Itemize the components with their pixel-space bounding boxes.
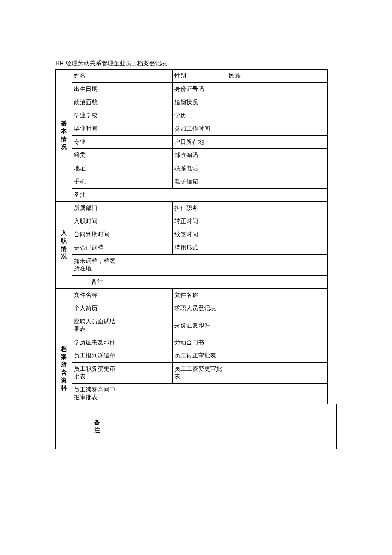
label-file-name-2: 文件名称 bbox=[173, 289, 227, 302]
label-archive-location: 如未调档，档案所在地 bbox=[72, 255, 122, 276]
value-archive-location bbox=[122, 255, 328, 276]
label-major: 专业 bbox=[72, 136, 122, 149]
label-file-name-1: 文件名称 bbox=[72, 289, 122, 302]
label-gender: 性别 bbox=[173, 70, 227, 83]
label-position-change: 员工职务变更审批表 bbox=[72, 363, 122, 384]
label-native-place: 籍贯 bbox=[72, 149, 122, 162]
label-contract-expire: 合同到期时间 bbox=[72, 228, 122, 241]
value-transferred bbox=[122, 241, 173, 255]
value-interview-result bbox=[122, 315, 173, 336]
label-position: 担任职务 bbox=[173, 202, 227, 215]
value-native-place bbox=[122, 149, 173, 162]
value-phone bbox=[227, 162, 328, 175]
value-name bbox=[122, 70, 173, 83]
employee-archive-table: 基本情况 姓名 性别 民族 出生日期 身份证号码 政治面貌 婚姻状况 毕业学校 … bbox=[55, 69, 337, 449]
label-employment-type: 聘用形式 bbox=[173, 241, 227, 255]
label-employment-remark: 备注 bbox=[72, 276, 122, 289]
value-entry-date bbox=[122, 215, 173, 228]
section-employment-header: 入职情况 bbox=[56, 202, 72, 289]
value-mobile bbox=[122, 175, 173, 189]
value-contract-expire bbox=[122, 228, 173, 241]
value-file-name-2 bbox=[227, 289, 328, 302]
value-diploma-copy bbox=[122, 336, 173, 349]
label-renewal-approval: 员工续签合同申报审批表 bbox=[72, 384, 122, 404]
value-labor-contract bbox=[227, 336, 328, 349]
label-graduation-time: 毕业时间 bbox=[72, 122, 122, 136]
label-id-copy: 身份证复印件 bbox=[173, 315, 227, 336]
label-political: 政治面貌 bbox=[72, 96, 122, 109]
value-regular-date bbox=[227, 215, 328, 228]
label-postal-code: 邮政编码 bbox=[173, 149, 227, 162]
value-ethnicity bbox=[277, 70, 328, 83]
label-mobile: 手机 bbox=[72, 175, 122, 189]
value-regular-approval bbox=[227, 349, 328, 363]
label-id-number: 身份证号码 bbox=[173, 83, 227, 96]
label-entry-date: 入职时间 bbox=[72, 215, 122, 228]
label-marital: 婚姻状况 bbox=[173, 96, 227, 109]
section-documents-header: 档案所含资料 bbox=[56, 289, 72, 449]
value-hukou bbox=[227, 136, 328, 149]
value-education bbox=[227, 109, 328, 122]
label-dispatch-form: 员工报到派遣单 bbox=[72, 349, 122, 363]
label-transferred: 是否已调档 bbox=[72, 241, 122, 255]
value-dispatch-form bbox=[122, 349, 173, 363]
value-birthdate bbox=[122, 83, 173, 96]
value-major bbox=[122, 136, 173, 149]
label-address: 地址 bbox=[72, 162, 122, 175]
label-basic-remark: 备注 bbox=[72, 189, 122, 202]
value-file-name-1 bbox=[122, 289, 173, 302]
value-renewal-date bbox=[227, 228, 328, 241]
value-salary-change bbox=[227, 363, 328, 384]
value-id-number bbox=[227, 83, 328, 96]
value-school bbox=[122, 109, 173, 122]
label-phone: 联系电话 bbox=[173, 162, 227, 175]
value-id-copy bbox=[227, 315, 328, 336]
label-education: 学历 bbox=[173, 109, 227, 122]
value-job-reg bbox=[227, 302, 328, 315]
label-diploma-copy: 学历证书复印件 bbox=[72, 336, 122, 349]
label-job-reg: 求职人员登记表 bbox=[173, 302, 227, 315]
label-name: 姓名 bbox=[72, 70, 122, 83]
value-position bbox=[227, 202, 328, 215]
value-email bbox=[227, 175, 328, 189]
label-regular-approval: 员工转正审批表 bbox=[173, 349, 227, 363]
value-employment-type bbox=[227, 241, 328, 255]
label-resume: 个人简历 bbox=[72, 302, 122, 315]
section-remark-header: 备注 bbox=[72, 404, 122, 449]
value-basic-remark bbox=[122, 189, 328, 202]
label-hukou: 户口所在地 bbox=[173, 136, 227, 149]
value-final-remark bbox=[122, 404, 337, 449]
value-resume bbox=[122, 302, 173, 315]
label-department: 所属部门 bbox=[72, 202, 122, 215]
value-work-start bbox=[227, 122, 328, 136]
label-interview-result: 应聘人员面试结果表 bbox=[72, 315, 122, 336]
value-employment-remark bbox=[122, 276, 328, 289]
value-position-change bbox=[122, 363, 173, 384]
value-department bbox=[122, 202, 173, 215]
value-renewal-approval bbox=[122, 384, 328, 404]
value-political bbox=[122, 96, 173, 109]
label-birthdate: 出生日期 bbox=[72, 83, 122, 96]
value-graduation-time bbox=[122, 122, 173, 136]
section-basic-header: 基本情况 bbox=[56, 70, 72, 202]
label-ethnicity: 民族 bbox=[227, 70, 277, 83]
label-labor-contract: 劳动合同书 bbox=[173, 336, 227, 349]
value-postal-code bbox=[227, 149, 328, 162]
label-salary-change: 员工工资变更审批表 bbox=[173, 363, 227, 384]
value-address bbox=[122, 162, 173, 175]
page-title: HR 经理劳动关系管理企业员工档案登记表 bbox=[55, 60, 337, 67]
label-email: 电子信箱 bbox=[173, 175, 227, 189]
label-renewal-date: 续签时间 bbox=[173, 228, 227, 241]
label-regular-date: 转正时间 bbox=[173, 215, 227, 228]
value-marital bbox=[227, 96, 328, 109]
label-work-start: 参加工作时间 bbox=[173, 122, 227, 136]
label-school: 毕业学校 bbox=[72, 109, 122, 122]
